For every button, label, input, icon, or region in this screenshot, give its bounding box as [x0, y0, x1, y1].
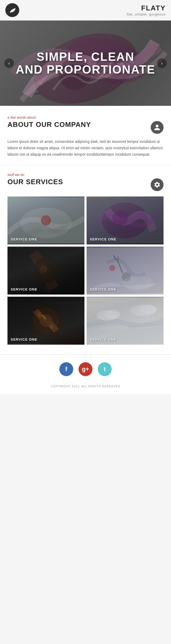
- brand-name: FLATY: [127, 4, 166, 12]
- services-subtitle: stuff we do: [7, 173, 164, 177]
- service-card-6[interactable]: SERVICE ONE: [87, 297, 164, 345]
- svg-point-7: [41, 215, 51, 226]
- twitter-button[interactable]: t: [98, 362, 112, 376]
- service-card-5[interactable]: SERVICE ONE: [7, 297, 84, 345]
- svg-point-30: [139, 305, 157, 314]
- svg-point-23: [40, 314, 52, 327]
- hero-content: SIMPLE, CLEAN AND PROPORTIONATE: [9, 50, 162, 76]
- service-card-1[interactable]: SERVICE ONE: [7, 196, 84, 244]
- about-subtitle: a few words about: [7, 115, 164, 119]
- site-header: FLATY flat, simple, gorgeous: [0, 0, 171, 21]
- services-title: OUR SERVICES: [7, 178, 63, 186]
- hero-section: ‹ SIMPLE, CLEAN AND PROPORTIONATE ›: [0, 21, 171, 106]
- services-section: stuff we do OUR SERVICES SERVICE ONE: [0, 165, 171, 354]
- service-card-2[interactable]: SERVICE ONE: [87, 196, 164, 244]
- leaf-icon: [9, 6, 16, 14]
- brand-tagline: flat, simple, gorgeous: [127, 12, 166, 16]
- about-icon: [151, 121, 164, 134]
- about-title: ABOUT OUR COMPANY: [7, 120, 91, 129]
- service-card-4[interactable]: SERVICE ONE: [87, 247, 164, 295]
- service-label-2: SERVICE ONE: [90, 237, 116, 241]
- service-label-5: SERVICE ONE: [11, 337, 37, 341]
- google-plus-button[interactable]: g+: [79, 362, 92, 376]
- services-grid: SERVICE ONE SERVICE ONE: [7, 196, 164, 345]
- person-icon: [154, 124, 161, 131]
- brand-block: FLATY flat, simple, gorgeous: [127, 4, 166, 16]
- svg-point-10: [112, 210, 128, 226]
- svg-point-14: [40, 265, 47, 273]
- svg-point-28: [104, 310, 120, 319]
- logo[interactable]: [5, 3, 19, 17]
- service-label-6: SERVICE ONE: [90, 337, 116, 341]
- service-label-3: SERVICE ONE: [11, 287, 37, 291]
- hero-next-button[interactable]: ›: [157, 58, 167, 68]
- service-label-4: SERVICE ONE: [90, 287, 116, 291]
- facebook-button[interactable]: f: [59, 362, 73, 376]
- svg-point-19: [109, 265, 115, 271]
- hero-title: SIMPLE, CLEAN AND PROPORTIONATE: [9, 50, 162, 76]
- about-header: ABOUT OUR COMPANY: [7, 120, 164, 134]
- service-label-1: SERVICE ONE: [11, 237, 37, 241]
- services-header: OUR SERVICES: [7, 178, 164, 191]
- footer-copyright: COPYRIGHT 2013. ALL RIGHTS RESERVED: [0, 381, 171, 394]
- about-body: Lorem ipsum dolor sit amet, consectetur …: [7, 139, 164, 158]
- services-icon: [151, 178, 164, 191]
- about-section: a few words about ABOUT OUR COMPANY Lore…: [0, 106, 171, 165]
- footer-social: f g+ t: [0, 355, 171, 381]
- gear-icon: [154, 181, 161, 188]
- service-card-3[interactable]: SERVICE ONE: [7, 247, 84, 295]
